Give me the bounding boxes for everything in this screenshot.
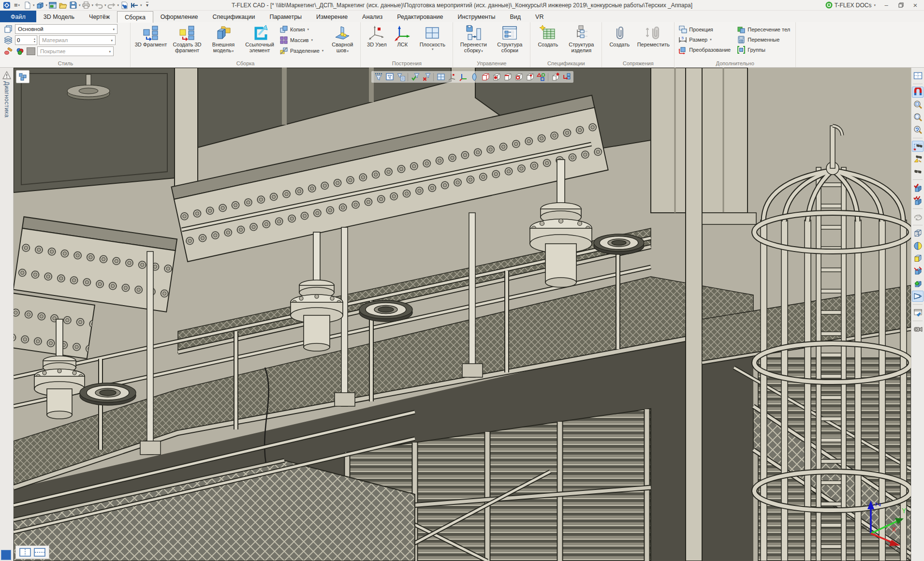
new-3d-document-button[interactable]: [35, 0, 45, 10]
view-settings-icon[interactable]: [912, 307, 924, 318]
shaded-icon[interactable]: [912, 240, 924, 251]
lcs-icon[interactable]: [458, 72, 468, 82]
measure-view-icon[interactable]: [912, 153, 924, 164]
chevron-down-icon[interactable]: ▾: [33, 3, 35, 7]
tab-drawing[interactable]: Чертёж: [82, 11, 117, 22]
zoom-window-icon[interactable]: [912, 99, 924, 110]
brush-icon[interactable]: [3, 46, 13, 56]
spinner-arrows-icon[interactable]: ▴▾: [34, 37, 35, 44]
layer-spinner[interactable]: 0 ▴▾: [15, 35, 37, 45]
tab-measure[interactable]: Измерение: [309, 11, 355, 22]
coating-swatch[interactable]: [27, 47, 35, 55]
body-icon[interactable]: [550, 72, 560, 82]
magnet-icon[interactable]: [912, 87, 924, 98]
tab-analysis[interactable]: Анализ: [355, 11, 390, 22]
tab-specifications[interactable]: Спецификации: [205, 11, 262, 22]
split-horizontal-icon[interactable]: [34, 548, 45, 557]
face-icon[interactable]: [491, 72, 501, 82]
view-elements-icon[interactable]: [912, 166, 924, 177]
chevron-down-icon[interactable]: ▾: [117, 3, 119, 7]
lcs-button[interactable]: ЛСК: [391, 23, 414, 48]
redo-button[interactable]: [107, 0, 117, 10]
external-model-button[interactable]: Внешняя модель▾: [205, 23, 241, 55]
tab-editing[interactable]: Редактирование: [390, 11, 450, 22]
weld-seam-button[interactable]: Сварной шов▾: [327, 23, 358, 55]
app-menu-button[interactable]: ≡▾: [12, 0, 22, 10]
links-button[interactable]: [130, 0, 139, 10]
create-specification-button[interactable]: Создать: [533, 23, 563, 48]
check-model-icon[interactable]: [912, 182, 924, 193]
diagnostics-tab[interactable]: Диагностика: [0, 70, 13, 118]
reference-element-button[interactable]: Ссылочный элемент: [242, 23, 278, 55]
product-structure-button[interactable]: Структура изделия: [563, 23, 599, 55]
filter-settings-icon[interactable]: [373, 72, 383, 82]
status-chip[interactable]: [1, 550, 11, 560]
toolbar-overflow-button[interactable]: ▾: [143, 0, 152, 10]
copy-button[interactable]: Копия▾: [278, 24, 326, 34]
split-vertical-icon[interactable]: [19, 548, 31, 557]
undo-button[interactable]: [94, 0, 103, 10]
node-3d-icon[interactable]: [447, 72, 457, 82]
chevron-down-icon[interactable]: ▾: [104, 3, 106, 7]
create-3d-fragment-button[interactable]: Создать 3D фрагмент: [169, 23, 205, 55]
groups-button[interactable]: Группы: [735, 44, 793, 55]
filter-window-icon[interactable]: [384, 72, 395, 82]
close-button[interactable]: ×: [909, 0, 922, 10]
save-document-button[interactable]: [68, 0, 78, 10]
tab-tools[interactable]: Инструменты: [451, 11, 503, 22]
new-document-button[interactable]: [22, 0, 32, 10]
document-settings-button[interactable]: [119, 0, 129, 10]
transform-button[interactable]: Преобразование: [677, 44, 733, 55]
tab-parameters[interactable]: Параметры: [262, 11, 309, 22]
move-mate-button[interactable]: Переместить: [635, 23, 672, 48]
hide-elements-icon[interactable]: [912, 141, 924, 152]
loop-icon[interactable]: [513, 72, 524, 82]
print-button[interactable]: [81, 0, 91, 10]
colors-icon[interactable]: [15, 46, 25, 56]
workplane-icon[interactable]: [436, 72, 446, 82]
open-document-button[interactable]: [58, 0, 68, 10]
bodies-intersection-button[interactable]: Пересечение тел: [735, 24, 793, 34]
vertex-icon[interactable]: [525, 72, 535, 82]
minimize-button[interactable]: –: [880, 0, 893, 10]
tab-3d-model[interactable]: 3D Модель: [36, 11, 82, 22]
filter-apply-icon[interactable]: [410, 72, 420, 82]
3d-node-button[interactable]: 3D Узел: [363, 23, 390, 48]
chevron-down-icon[interactable]: ▾: [46, 3, 48, 7]
create-mate-button[interactable]: Создать: [604, 23, 634, 48]
solid-icon[interactable]: [480, 72, 490, 82]
3d-fragment-button[interactable]: 3D Фрагмент: [133, 23, 169, 48]
window-document-button[interactable]: [48, 0, 58, 10]
zoom-previous-icon[interactable]: [912, 124, 924, 135]
tflex-docs-button[interactable]: T-FLEX DOCs ▾: [822, 0, 879, 10]
tab-view[interactable]: Вид: [502, 11, 528, 22]
faceted-icon[interactable]: [912, 253, 924, 264]
tab-assembly[interactable]: Сборка: [117, 11, 153, 23]
chevron-down-icon[interactable]: ▾: [79, 3, 81, 7]
materials-icon[interactable]: [912, 278, 924, 289]
recheck-model-icon[interactable]: [912, 195, 924, 206]
material-select[interactable]: Материал▾: [39, 35, 116, 45]
profile-icon[interactable]: [469, 72, 479, 82]
move-assembly-button[interactable]: Перенести сборку▾: [455, 23, 491, 55]
workplane-button[interactable]: Плоскость ▾: [414, 23, 450, 52]
section-icon[interactable]: [912, 266, 924, 277]
rotate-view-icon[interactable]: [912, 211, 924, 222]
app-logo-icon[interactable]: [2, 0, 12, 10]
filter-list-icon[interactable]: [396, 72, 406, 82]
3d-viewport[interactable]: Z Y X: [14, 68, 911, 561]
array-button[interactable]: Массив▾: [278, 35, 326, 45]
camera-icon[interactable]: [912, 324, 924, 335]
zoom-extents-icon[interactable]: [912, 112, 924, 123]
fragments-filter-button[interactable]: [16, 70, 29, 83]
fragment-icon[interactable]: [561, 72, 572, 82]
all-types-icon[interactable]: [536, 72, 546, 82]
drawing-page-icon[interactable]: [912, 70, 924, 81]
wireframe-icon[interactable]: [912, 228, 924, 239]
tab-vr[interactable]: VR: [528, 11, 551, 22]
coating-select[interactable]: Покрытие▾: [37, 46, 114, 56]
filter-reset-icon[interactable]: [421, 72, 431, 82]
dimension-button[interactable]: 5 Размер▾: [677, 34, 733, 44]
restore-button[interactable]: [894, 0, 908, 10]
tab-annotation[interactable]: Оформление: [153, 11, 205, 22]
